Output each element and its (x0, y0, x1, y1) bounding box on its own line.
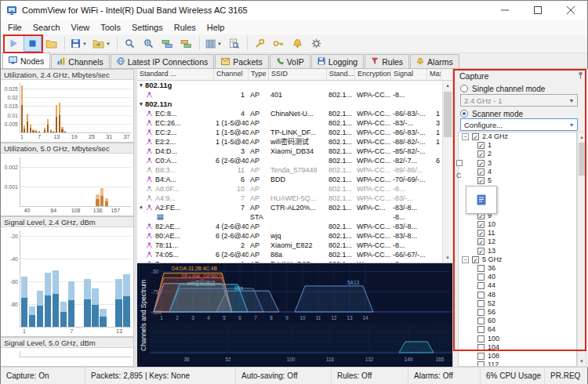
checkbox[interactable] (477, 335, 485, 342)
table-row[interactable]: EC:26...1 (1-5@40)AP802.1...WPA-CC...-83… (137, 118, 442, 128)
checkbox[interactable]: ✓ (477, 221, 485, 228)
single-channel-combo[interactable]: 2.4 GHz - 1 ▼ (460, 94, 578, 107)
packet-view-button[interactable] (158, 35, 176, 52)
column-header-standard-[interactable]: Standard ... (137, 69, 214, 80)
checkbox[interactable]: ✓ (472, 133, 479, 140)
column-header-stand-[interactable]: Stand... (327, 69, 355, 80)
close-button[interactable] (554, 1, 587, 20)
tree-item-4[interactable]: ✓4 (459, 168, 576, 176)
checkbox[interactable]: ✓ (477, 230, 485, 237)
save-data-button[interactable]: ▼ (68, 35, 89, 52)
table-row[interactable]: 78:11...2APXiaomi_E822802.1...WPA-CC...-… (137, 241, 442, 250)
tree-item-108[interactable]: 108 (459, 352, 576, 360)
column-header-ssid[interactable]: SSID (269, 69, 327, 80)
table-group-row[interactable]: ▾802.11n (137, 100, 442, 109)
table-row[interactable]: EC:8...4APChinaNet-U...802.1...WPA-CC...… (137, 109, 442, 118)
checkbox[interactable] (477, 300, 485, 307)
packet-generator-button[interactable] (177, 35, 195, 52)
tree-item-100[interactable]: 100 (459, 335, 576, 343)
column-header-channel[interactable]: Channel (214, 69, 249, 80)
menu-settings[interactable]: Settings (126, 21, 169, 34)
scanner-mode-radio[interactable]: Scanner mode (460, 109, 523, 118)
tree-item-48[interactable]: 48 (459, 291, 576, 299)
table-row[interactable]: 80:AE...6 (2-6@40)APwjq802.1...WPA-CC...… (137, 231, 442, 241)
table-row[interactable]: B4:A...6APBDD802.1...WPA-CC...-70/-69/-.… (137, 175, 442, 184)
collapse-icon[interactable]: − (462, 256, 469, 263)
checkbox[interactable] (477, 292, 485, 299)
log-viewer-button[interactable] (225, 35, 243, 52)
checkbox[interactable] (477, 309, 485, 316)
expander-icon[interactable]: ▾ (137, 203, 145, 212)
maximize-button[interactable] (521, 1, 554, 20)
checkbox[interactable] (477, 326, 485, 333)
tree-item-2[interactable]: ✓2 (459, 150, 576, 158)
table-row[interactable]: A4:9...7APHUAWEI-5Q...802.1...WPA-CC...-… (137, 194, 442, 203)
expander-icon[interactable]: ▾ (137, 81, 145, 90)
tab-alarms[interactable]: Alarms (410, 54, 459, 68)
checkbox[interactable]: ✓ (477, 142, 485, 149)
column-header-type[interactable]: Type (249, 69, 269, 80)
tree-item-1[interactable]: ✓1 (459, 141, 576, 150)
checkbox[interactable] (477, 361, 485, 367)
menu-tools[interactable]: Tools (95, 21, 126, 34)
wep-keys-button[interactable] (270, 35, 288, 52)
menu-view[interactable]: View (66, 21, 96, 34)
tree-item-64[interactable]: 64 (459, 325, 576, 334)
expander-icon[interactable]: ▾ (137, 100, 145, 109)
table-row[interactable]: 7...1APP-LINK_D97...802.1...W...-8... (137, 259, 442, 263)
table-row[interactable]: 82:AE...4 (2-6@40)AP802.1...WPA-CC...-83… (137, 222, 442, 231)
tree-item-11[interactable]: ✓11 (459, 229, 576, 237)
radio-icon[interactable] (460, 110, 468, 118)
tree-item-44[interactable]: 44 (459, 281, 576, 290)
tree-item-40[interactable]: 40 (459, 273, 576, 281)
tree-item-10[interactable]: ✓10 (459, 220, 576, 229)
tree-item-60[interactable]: 60 (459, 317, 576, 325)
menu-file[interactable]: File (2, 21, 27, 34)
checkbox[interactable]: ✓ (477, 150, 485, 158)
tab-channels[interactable]: Channels (51, 54, 109, 68)
checkbox[interactable]: ✓ (477, 168, 485, 176)
tree-item-36[interactable]: 36 (459, 264, 576, 273)
tree-item-2.4-ghz[interactable]: −✓2.4 GHz (459, 132, 576, 141)
find-packet-button[interactable] (121, 35, 139, 52)
open-file-button[interactable]: ▼ (90, 35, 113, 52)
scroll-up-icon[interactable]: ▲ (578, 132, 586, 142)
table-row[interactable]: EC:2...1 (1-5@40)APTP-LINK_DF...802.1...… (137, 128, 442, 137)
checkbox[interactable] (477, 317, 485, 324)
checkbox[interactable]: ✓ (477, 238, 485, 245)
table-row[interactable]: A8:0F...10AP802.1...WPA-CC...-8... (137, 184, 442, 194)
tree-item-5[interactable]: ✓5 (459, 176, 576, 185)
start-capture-button[interactable] (5, 35, 23, 52)
tree-item-13[interactable]: ✓13 (459, 247, 576, 255)
table-group-row[interactable]: ▾802.11g (137, 81, 442, 90)
configure-combo[interactable]: Configure... ▼ (460, 118, 578, 131)
tree-item-112[interactable]: 112 (459, 360, 576, 367)
settings-button[interactable] (307, 35, 325, 52)
scroll-down-icon[interactable]: ▼ (443, 253, 452, 263)
tree-item-52[interactable]: 52 (459, 299, 576, 308)
tab-logging[interactable]: Logging (311, 54, 364, 68)
scroll-thumb[interactable] (579, 143, 585, 176)
checkbox[interactable] (477, 344, 485, 351)
tab-rules[interactable]: Rules (365, 54, 409, 68)
menu-rules[interactable]: Rules (169, 21, 201, 34)
open-log-button[interactable] (42, 35, 60, 52)
collapse-icon[interactable]: − (462, 133, 469, 140)
checkbox[interactable]: ✓ (477, 160, 485, 167)
tab-voip[interactable]: VoIP (270, 54, 310, 68)
column-header-signal[interactable]: Signal (391, 69, 427, 80)
scroll-thumb[interactable] (444, 92, 452, 137)
table-row[interactable]: 1AP401802.1...WPA-CC...-8... (137, 90, 442, 100)
tree-item-12[interactable]: ✓12 (459, 237, 576, 246)
single-channel-mode-radio[interactable]: Single channel mode (460, 84, 545, 93)
table-row[interactable]: C0:A...6 (2-6@40)AP802.1...WPA-CC...-82/… (137, 156, 442, 165)
node-tools-button[interactable] (251, 35, 269, 52)
column-header-max-[interactable]: Max ... (427, 69, 441, 80)
column-header-encryption[interactable]: Encryption (355, 69, 391, 80)
tab-latest-ip-connections[interactable]: Latest IP Connections (111, 54, 215, 68)
stop-capture-button[interactable] (24, 35, 42, 52)
overlay-checkbox[interactable] (456, 160, 463, 166)
alarms-setup-button[interactable] (289, 35, 307, 52)
layout-columns-button[interactable]: ▼ (203, 35, 224, 52)
checkbox[interactable] (477, 274, 485, 281)
